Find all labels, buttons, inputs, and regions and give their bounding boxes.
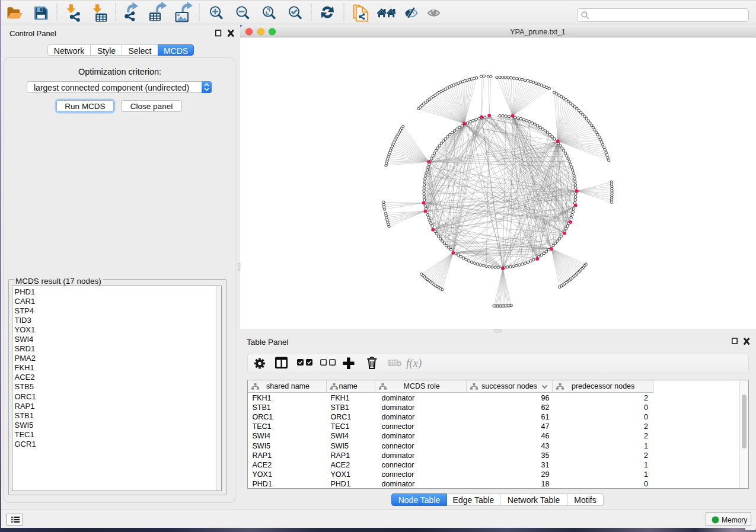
svg-text:f(x): f(x) xyxy=(406,357,422,370)
